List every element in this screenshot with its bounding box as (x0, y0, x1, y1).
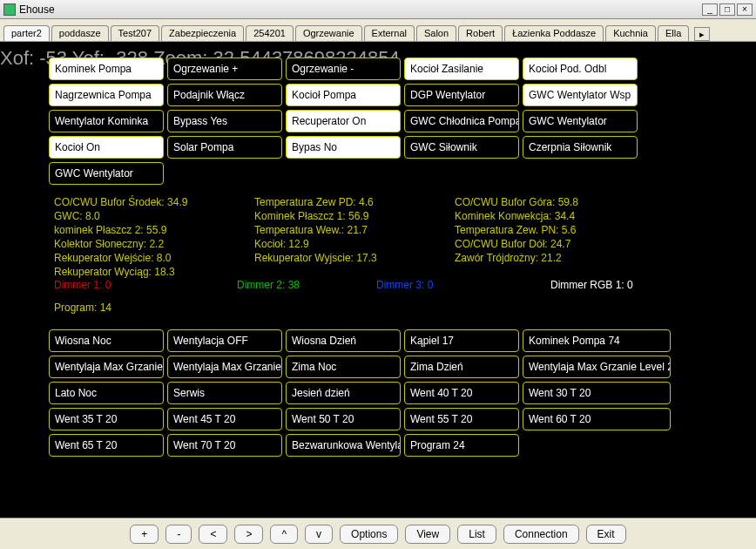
program-label: Program: 14 (54, 302, 111, 314)
tab-scroll-right[interactable]: ▸ (694, 27, 710, 41)
output-3[interactable]: Kocioł Zasilanie (404, 58, 519, 80)
maximize-button[interactable]: □ (719, 3, 735, 16)
program-17[interactable]: Went 50 T 20 (286, 408, 401, 430)
program-14[interactable]: Went 30 T 20 (523, 382, 671, 404)
output-13[interactable]: GWC Chłodnica Pompa (404, 110, 519, 132)
program-4[interactable]: Kominek Pompa 74 (523, 329, 671, 352)
minimize-button[interactable]: _ (702, 3, 718, 16)
program-2[interactable]: Wiosna Dzień (286, 329, 401, 352)
output-17[interactable]: Bypas No (286, 136, 401, 159)
program-8[interactable]: Zima Dzień (404, 356, 519, 378)
output-14[interactable]: GWC Wentylator (523, 110, 638, 132)
program-15[interactable]: Went 35 T 20 (49, 408, 164, 430)
program-5[interactable]: Wentylaja Max Grzanie (49, 356, 164, 378)
sensor-value: Rekuperator Wejście: 8.0 (54, 251, 237, 265)
view-button[interactable]: View (405, 525, 450, 544)
program-9[interactable]: Wentylaja Max Grzanie Level 2 (523, 356, 671, 378)
exit-button[interactable]: Exit (586, 525, 626, 544)
window-title: Ehouse (19, 3, 702, 16)
window-buttons: _ □ × (702, 3, 753, 16)
sensor-value: Rekuperator Wyjscie: 17.3 (254, 251, 437, 265)
options-button[interactable]: Options (340, 525, 398, 544)
output-11[interactable]: Bypass Yes (167, 110, 282, 132)
outputs-grid: Kominek PompaOgrzewanie +Ogrzewanie -Koc… (49, 58, 638, 185)
tab-external[interactable]: External (364, 25, 415, 41)
output-8[interactable]: DGP Wentylator (404, 84, 519, 106)
nav-<[interactable]: < (199, 525, 227, 544)
tab-robert[interactable]: Robert (458, 25, 503, 41)
program-12[interactable]: Jesień dzień (286, 382, 401, 404)
tab--azienka-poddasze[interactable]: Łazienka Poddasze (504, 25, 604, 41)
bottom-toolbar: +-<>^vOptionsViewListConnectionExit (0, 518, 756, 549)
program-11[interactable]: Serwis (167, 382, 282, 404)
sensor-value: Kominek Płaszcz 1: 56.9 (254, 209, 437, 223)
sensor-value: Temperatura Zew. PN: 5.6 (455, 223, 638, 237)
tab-parter2[interactable]: parter2 (3, 25, 50, 41)
program-0[interactable]: Wiosna Noc (49, 329, 164, 352)
program-23[interactable]: Program 24 (404, 434, 519, 457)
dimmer-3: Dimmer RGB 1: 0 (550, 279, 633, 291)
app-icon (3, 3, 16, 16)
program-18[interactable]: Went 55 T 20 (404, 408, 519, 430)
program-13[interactable]: Went 40 T 20 (404, 382, 519, 404)
sensor-col2: Temperatura Zew PD: 4.6Kominek Płaszcz 1… (254, 195, 437, 279)
list-button[interactable]: List (457, 525, 496, 544)
program-20[interactable]: Went 65 T 20 (49, 434, 164, 457)
sensor-value: Zawór Trójdrożny: 21.2 (455, 251, 638, 265)
sensor-value: Temperatura Wew.: 21.7 (254, 223, 437, 237)
sensor-readouts: CO/CWU Bufor Środek: 34.9GWC: 8.0kominek… (54, 195, 638, 279)
sensor-value: Temperatura Zew PD: 4.6 (254, 195, 437, 209)
sensor-value: CO/CWU Bufor Góra: 59.8 (455, 195, 638, 209)
output-7[interactable]: Kocioł Pompa (286, 84, 401, 106)
program-6[interactable]: Wentylaja Max Grzanie L (167, 356, 282, 378)
output-5[interactable]: Nagrzewnica Pompa (49, 84, 164, 106)
tab-kuchnia[interactable]: Kuchnia (605, 25, 656, 41)
output-2[interactable]: Ogrzewanie - (286, 58, 401, 80)
close-button[interactable]: × (737, 3, 753, 16)
sensor-value: kominek Płaszcz 2: 55.9 (54, 223, 237, 237)
tab-salon[interactable]: Salon (416, 25, 456, 41)
program-7[interactable]: Zima Noc (286, 356, 401, 378)
program-10[interactable]: Lato Noc (49, 382, 164, 404)
tab-poddasze[interactable]: poddasze (51, 25, 109, 41)
connection-button[interactable]: Connection (503, 525, 579, 544)
sensor-value: CO/CWU Bufor Środek: 34.9 (54, 195, 237, 209)
output-18[interactable]: GWC Siłownik (404, 136, 519, 159)
dimmer-2: Dimmer 3: 0 (376, 279, 550, 291)
output-9[interactable]: GWC Wentylator Wsp (523, 84, 638, 106)
program-22[interactable]: Bezwarunkowa Wentyla (286, 434, 401, 457)
output-6[interactable]: Podajnik Włącz (167, 84, 282, 106)
sensor-col1: CO/CWU Bufor Środek: 34.9GWC: 8.0kominek… (54, 195, 237, 279)
tab-254201[interactable]: 254201 (246, 25, 294, 41)
programs-grid: Wiosna NocWentylacja OFFWiosna DzieńKąpi… (49, 329, 671, 457)
output-12[interactable]: Recuperator On (286, 110, 401, 132)
tab-ella[interactable]: Ella (658, 25, 689, 41)
sensor-value: Kocioł: 12.9 (254, 237, 437, 251)
output-4[interactable]: Kocioł Pod. Odbl (523, 58, 638, 80)
program-21[interactable]: Went 70 T 20 (167, 434, 282, 457)
output-10[interactable]: Wentylator Kominka (49, 110, 164, 132)
program-1[interactable]: Wentylacja OFF (167, 329, 282, 352)
output-19[interactable]: Czerpnia Siłownik (523, 136, 638, 159)
output-0[interactable]: Kominek Pompa (49, 58, 164, 80)
titlebar: Ehouse _ □ × (0, 0, 756, 19)
program-19[interactable]: Went 60 T 20 (523, 408, 671, 430)
program-16[interactable]: Went 45 T 20 (167, 408, 282, 430)
output-20[interactable]: GWC Wentylator (49, 162, 164, 185)
program-3[interactable]: Kąpiel 17 (404, 329, 519, 352)
nav->[interactable]: > (234, 525, 263, 544)
nav-v[interactable]: v (305, 525, 333, 544)
output-15[interactable]: Kocioł On (49, 136, 164, 159)
output-16[interactable]: Solar Pompa (167, 136, 282, 159)
dimmer-row: Dimmer 1: 0Dimmer 2: 38Dimmer 3: 0Dimmer… (54, 279, 716, 291)
sensor-value: GWC: 8.0 (54, 209, 237, 223)
nav-+[interactable]: + (130, 525, 159, 544)
tab-test207[interactable]: Test207 (111, 25, 160, 41)
sensor-col3: CO/CWU Bufor Góra: 59.8Kominek Konwekcja… (455, 195, 638, 279)
tab-ogrzewanie[interactable]: Ogrzewanie (295, 25, 362, 41)
nav-^[interactable]: ^ (270, 525, 298, 544)
tab-zabezpieczenia[interactable]: Zabezpieczenia (161, 25, 244, 41)
sensor-value: CO/CWU Bufor Dół: 24.7 (455, 237, 638, 251)
nav--[interactable]: - (165, 525, 192, 544)
output-1[interactable]: Ogrzewanie + (167, 58, 282, 80)
